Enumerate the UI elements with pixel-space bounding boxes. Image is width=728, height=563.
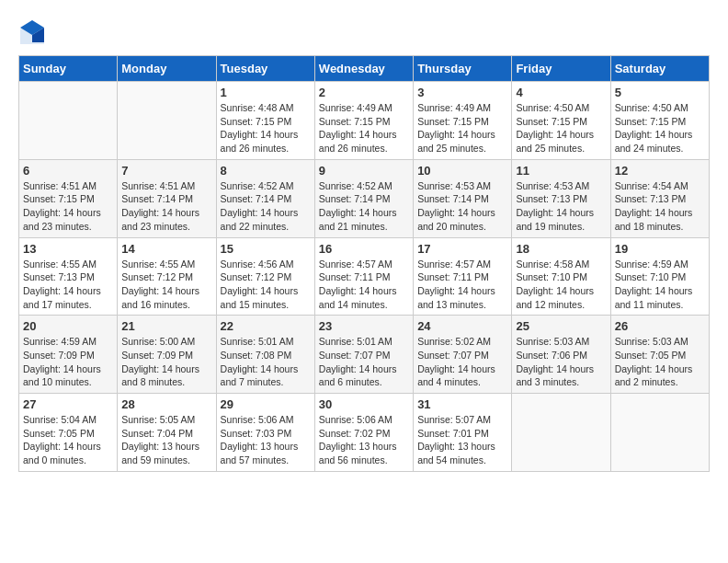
- day-number: 2: [319, 86, 409, 99]
- day-info: Sunrise: 4:53 AM Sunset: 7:13 PM Dayligh…: [516, 179, 606, 234]
- day-number: 22: [221, 319, 311, 333]
- day-info: Sunrise: 5:03 AM Sunset: 7:05 PM Dayligh…: [615, 335, 705, 389]
- day-info: Sunrise: 5:01 AM Sunset: 7:08 PM Dayligh…: [221, 335, 311, 389]
- day-number: 23: [319, 319, 409, 333]
- day-number: 16: [319, 242, 409, 256]
- calendar-cell: 18Sunrise: 4:58 AM Sunset: 7:10 PM Dayli…: [512, 237, 610, 316]
- day-info: Sunrise: 4:52 AM Sunset: 7:14 PM Dayligh…: [319, 179, 409, 234]
- day-number: 7: [121, 164, 211, 178]
- day-info: Sunrise: 5:03 AM Sunset: 7:06 PM Dayligh…: [516, 335, 606, 389]
- calendar-week-5: 27Sunrise: 5:04 AM Sunset: 7:05 PM Dayli…: [19, 394, 710, 472]
- day-number: 31: [417, 397, 507, 411]
- day-number: 24: [417, 319, 507, 333]
- logo: [18, 18, 48, 46]
- calendar-cell: [118, 82, 216, 160]
- logo-icon: [18, 18, 46, 46]
- day-info: Sunrise: 4:56 AM Sunset: 7:12 PM Dayligh…: [221, 258, 311, 312]
- day-number: 11: [516, 164, 606, 178]
- day-number: 10: [417, 164, 507, 178]
- calendar-cell: 10Sunrise: 4:53 AM Sunset: 7:14 PM Dayli…: [414, 159, 512, 237]
- calendar-cell: 19Sunrise: 4:59 AM Sunset: 7:10 PM Dayli…: [610, 237, 709, 316]
- day-number: 20: [23, 319, 113, 333]
- calendar-week-3: 13Sunrise: 4:55 AM Sunset: 7:13 PM Dayli…: [19, 237, 710, 316]
- day-info: Sunrise: 4:55 AM Sunset: 7:13 PM Dayligh…: [23, 258, 113, 312]
- day-number: 15: [221, 242, 311, 256]
- day-number: 1: [221, 86, 311, 99]
- day-info: Sunrise: 5:05 AM Sunset: 7:04 PM Dayligh…: [121, 413, 211, 467]
- day-info: Sunrise: 4:53 AM Sunset: 7:14 PM Dayligh…: [417, 179, 507, 234]
- calendar-cell: 7Sunrise: 4:51 AM Sunset: 7:14 PM Daylig…: [118, 159, 216, 237]
- day-info: Sunrise: 4:50 AM Sunset: 7:15 PM Dayligh…: [516, 101, 606, 155]
- day-info: Sunrise: 4:52 AM Sunset: 7:14 PM Dayligh…: [221, 179, 311, 234]
- day-info: Sunrise: 4:55 AM Sunset: 7:12 PM Dayligh…: [121, 258, 211, 312]
- day-number: 25: [516, 319, 606, 333]
- calendar-cell: [610, 394, 709, 472]
- calendar-header-friday: Friday: [512, 56, 610, 82]
- calendar-cell: 22Sunrise: 5:01 AM Sunset: 7:08 PM Dayli…: [216, 316, 314, 394]
- calendar-cell: 16Sunrise: 4:57 AM Sunset: 7:11 PM Dayli…: [314, 237, 413, 316]
- calendar-cell: [19, 82, 118, 160]
- calendar-cell: 5Sunrise: 4:50 AM Sunset: 7:15 PM Daylig…: [610, 82, 709, 160]
- day-info: Sunrise: 4:57 AM Sunset: 7:11 PM Dayligh…: [417, 258, 507, 312]
- day-number: 30: [319, 397, 409, 411]
- day-info: Sunrise: 5:06 AM Sunset: 7:02 PM Dayligh…: [319, 413, 409, 467]
- day-number: 6: [23, 164, 113, 178]
- calendar-cell: 21Sunrise: 5:00 AM Sunset: 7:09 PM Dayli…: [118, 316, 216, 394]
- day-number: 5: [615, 86, 705, 99]
- day-number: 26: [615, 319, 705, 333]
- calendar-cell: 3Sunrise: 4:49 AM Sunset: 7:15 PM Daylig…: [414, 82, 512, 160]
- day-info: Sunrise: 4:49 AM Sunset: 7:15 PM Dayligh…: [319, 101, 409, 155]
- calendar-table: SundayMondayTuesdayWednesdayThursdayFrid…: [18, 55, 710, 472]
- day-number: 19: [615, 242, 705, 256]
- day-number: 13: [23, 242, 113, 256]
- day-info: Sunrise: 4:48 AM Sunset: 7:15 PM Dayligh…: [221, 101, 311, 155]
- calendar-cell: 24Sunrise: 5:02 AM Sunset: 7:07 PM Dayli…: [414, 316, 512, 394]
- calendar-week-4: 20Sunrise: 4:59 AM Sunset: 7:09 PM Dayli…: [19, 316, 710, 394]
- calendar-week-2: 6Sunrise: 4:51 AM Sunset: 7:15 PM Daylig…: [19, 159, 710, 237]
- day-number: 14: [121, 242, 211, 256]
- calendar-cell: 23Sunrise: 5:01 AM Sunset: 7:07 PM Dayli…: [314, 316, 413, 394]
- day-info: Sunrise: 4:54 AM Sunset: 7:13 PM Dayligh…: [615, 179, 705, 234]
- day-info: Sunrise: 5:04 AM Sunset: 7:05 PM Dayligh…: [23, 413, 113, 467]
- calendar-cell: 2Sunrise: 4:49 AM Sunset: 7:15 PM Daylig…: [314, 82, 413, 160]
- calendar-header-monday: Monday: [118, 56, 216, 82]
- day-info: Sunrise: 4:49 AM Sunset: 7:15 PM Dayligh…: [417, 101, 507, 155]
- calendar-cell: 17Sunrise: 4:57 AM Sunset: 7:11 PM Dayli…: [414, 237, 512, 316]
- calendar-cell: 13Sunrise: 4:55 AM Sunset: 7:13 PM Dayli…: [19, 237, 118, 316]
- page-header: [18, 18, 710, 46]
- calendar-cell: 30Sunrise: 5:06 AM Sunset: 7:02 PM Dayli…: [314, 394, 413, 472]
- calendar-cell: 28Sunrise: 5:05 AM Sunset: 7:04 PM Dayli…: [118, 394, 216, 472]
- calendar-cell: 25Sunrise: 5:03 AM Sunset: 7:06 PM Dayli…: [512, 316, 610, 394]
- calendar-cell: 20Sunrise: 4:59 AM Sunset: 7:09 PM Dayli…: [19, 316, 118, 394]
- day-number: 28: [121, 397, 211, 411]
- day-number: 12: [615, 164, 705, 178]
- day-info: Sunrise: 5:06 AM Sunset: 7:03 PM Dayligh…: [221, 413, 311, 467]
- day-number: 8: [221, 164, 311, 178]
- calendar-cell: 26Sunrise: 5:03 AM Sunset: 7:05 PM Dayli…: [610, 316, 709, 394]
- day-number: 9: [319, 164, 409, 178]
- day-number: 17: [417, 242, 507, 256]
- day-info: Sunrise: 5:01 AM Sunset: 7:07 PM Dayligh…: [319, 335, 409, 389]
- day-info: Sunrise: 4:58 AM Sunset: 7:10 PM Dayligh…: [516, 258, 606, 312]
- calendar-header-thursday: Thursday: [414, 56, 512, 82]
- calendar-header-sunday: Sunday: [19, 56, 118, 82]
- calendar-cell: 8Sunrise: 4:52 AM Sunset: 7:14 PM Daylig…: [216, 159, 314, 237]
- day-info: Sunrise: 5:02 AM Sunset: 7:07 PM Dayligh…: [417, 335, 507, 389]
- day-info: Sunrise: 5:07 AM Sunset: 7:01 PM Dayligh…: [417, 413, 507, 467]
- day-number: 21: [121, 319, 211, 333]
- day-info: Sunrise: 4:57 AM Sunset: 7:11 PM Dayligh…: [319, 258, 409, 312]
- calendar-cell: [512, 394, 610, 472]
- calendar-cell: 1Sunrise: 4:48 AM Sunset: 7:15 PM Daylig…: [216, 82, 314, 160]
- day-number: 29: [221, 397, 311, 411]
- day-number: 18: [516, 242, 606, 256]
- day-number: 4: [516, 86, 606, 99]
- day-info: Sunrise: 4:59 AM Sunset: 7:09 PM Dayligh…: [23, 335, 113, 389]
- calendar-cell: 15Sunrise: 4:56 AM Sunset: 7:12 PM Dayli…: [216, 237, 314, 316]
- calendar-header-wednesday: Wednesday: [314, 56, 413, 82]
- day-info: Sunrise: 4:51 AM Sunset: 7:14 PM Dayligh…: [121, 179, 211, 234]
- calendar-cell: 29Sunrise: 5:06 AM Sunset: 7:03 PM Dayli…: [216, 394, 314, 472]
- calendar-cell: 14Sunrise: 4:55 AM Sunset: 7:12 PM Dayli…: [118, 237, 216, 316]
- calendar-cell: 27Sunrise: 5:04 AM Sunset: 7:05 PM Dayli…: [19, 394, 118, 472]
- day-info: Sunrise: 4:50 AM Sunset: 7:15 PM Dayligh…: [615, 101, 705, 155]
- calendar-cell: 9Sunrise: 4:52 AM Sunset: 7:14 PM Daylig…: [314, 159, 413, 237]
